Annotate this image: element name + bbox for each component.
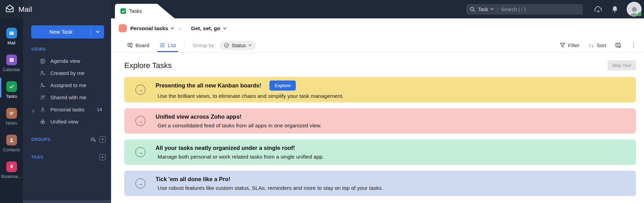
brand-name: Mail bbox=[18, 5, 32, 14]
banner-subtitle: Get a consolidated feed of tasks from al… bbox=[156, 122, 321, 129]
tasks-icon bbox=[6, 81, 17, 92]
sidebar-item-shared-with-me[interactable]: Shared with me bbox=[23, 91, 111, 103]
views-section-label: VIEWS bbox=[31, 47, 46, 52]
status-check-icon bbox=[224, 43, 229, 48]
agenda-icon bbox=[40, 58, 45, 64]
filter-button[interactable]: Filter bbox=[560, 42, 579, 48]
tags-section: TAGS + bbox=[31, 154, 106, 160]
banner-title: Unified view across Zoho apps! bbox=[156, 113, 242, 120]
app-window: Mail Tasks Task bbox=[0, 0, 644, 203]
banner-subtitle: Manage both personal or work related tas… bbox=[156, 154, 324, 160]
tasks-check-icon bbox=[120, 8, 126, 14]
view-toolbar: Board List Group by: Status Filter ↑↓ bbox=[111, 38, 644, 53]
sidebar-item-unified-view[interactable]: Unified view bbox=[23, 116, 111, 128]
tab-board-view[interactable]: Board bbox=[127, 42, 149, 48]
rail-item-bookmarks[interactable]: Bookmar... bbox=[0, 161, 23, 179]
board-icon bbox=[127, 43, 133, 48]
banner-kanban: → Presenting the all new Kanban boards! … bbox=[124, 77, 636, 102]
list-color-swatch bbox=[119, 24, 127, 32]
rail-label-tasks: Tasks bbox=[6, 94, 17, 99]
banner-pro-features: → Tick 'em all done like a Pro! Use robu… bbox=[124, 171, 636, 196]
user-avatar[interactable] bbox=[627, 2, 642, 17]
contacts-icon bbox=[6, 135, 17, 145]
rail-label-notes: Notes bbox=[6, 121, 17, 126]
toolbar-right-actions: Filter ↑↓ Sort ⋮ bbox=[560, 42, 636, 49]
sidebar-item-label: Shared with me bbox=[50, 94, 86, 100]
chevron-down-icon bbox=[170, 27, 174, 30]
chevron-down-icon bbox=[248, 44, 252, 46]
sidebar-item-personal-tasks[interactable]: Personal tasks 14 bbox=[23, 103, 111, 116]
cloud-offline-icon[interactable] bbox=[594, 6, 603, 13]
arrow-circle-icon: → bbox=[135, 116, 145, 126]
breadcrumb-view-dropdown[interactable]: Get, set, go bbox=[191, 25, 226, 32]
banner-list: → Presenting the all new Kanban boards! … bbox=[124, 77, 636, 196]
views-list: Agenda view Created by me Assigned to me… bbox=[23, 55, 111, 128]
rail-item-contacts[interactable]: Contacts bbox=[0, 135, 23, 152]
new-task-button[interactable]: New Task bbox=[31, 25, 104, 39]
column-settings-button[interactable] bbox=[615, 43, 621, 48]
arrow-circle-icon: → bbox=[135, 178, 145, 188]
arrow-circle-icon: → bbox=[135, 85, 145, 95]
rail-item-tasks[interactable]: Tasks bbox=[0, 81, 23, 99]
more-options-kebab-icon[interactable]: ⋮ bbox=[630, 42, 636, 49]
rail-label-contacts: Contacts bbox=[3, 147, 20, 152]
groups-section: GROUPS + bbox=[31, 136, 106, 143]
sidebar-item-assigned-to-me[interactable]: Assigned to me bbox=[23, 79, 111, 91]
breadcrumb-folder-dropdown[interactable]: Personal tasks bbox=[130, 25, 174, 32]
breadcrumb: Personal tasks › Get, set, go bbox=[111, 18, 644, 38]
search-input[interactable] bbox=[501, 7, 579, 12]
personal-tasks-count: 14 bbox=[97, 107, 102, 112]
banner-title: All your tasks neatly organized under a … bbox=[156, 145, 295, 151]
search-icon bbox=[470, 7, 475, 12]
new-task-dropdown[interactable] bbox=[91, 31, 104, 33]
rail-item-mail[interactable]: Mail bbox=[0, 28, 23, 45]
group-by-value: Status bbox=[232, 43, 246, 48]
sort-arrows-icon: ↑↓ bbox=[588, 42, 594, 48]
sidebar-item-created-by-me[interactable]: Created by me bbox=[23, 67, 111, 79]
tags-section-label: TAGS bbox=[31, 155, 43, 160]
breadcrumb-folder: Personal tasks bbox=[130, 25, 168, 32]
banner-subtitle: Use robust features like custom status, … bbox=[156, 185, 383, 191]
board-label: Board bbox=[135, 42, 149, 48]
sidebar-item-agenda-view[interactable]: Agenda view bbox=[23, 55, 111, 67]
tab-list-view[interactable]: List bbox=[160, 42, 176, 48]
table-columns-icon bbox=[615, 43, 621, 48]
add-tag-button[interactable]: + bbox=[99, 154, 106, 160]
add-group-button[interactable]: + bbox=[99, 136, 106, 143]
mail-logo-icon bbox=[5, 3, 15, 15]
rail-label-bookmarks: Bookmar... bbox=[1, 174, 22, 179]
mail-logo[interactable]: Mail bbox=[5, 3, 32, 15]
rail-item-notes[interactable]: Notes bbox=[0, 108, 23, 126]
skip-tour-button[interactable]: Skip Tour bbox=[608, 60, 636, 70]
sidebar-item-label: Personal tasks bbox=[50, 107, 84, 112]
explore-button[interactable]: Explore bbox=[269, 81, 296, 91]
header-actions: Task bbox=[466, 0, 642, 18]
search-scope-dropdown[interactable]: Task bbox=[478, 7, 494, 12]
bookmarks-icon bbox=[6, 161, 17, 172]
search-bar[interactable]: Task bbox=[466, 4, 583, 15]
search-scope-value: Task bbox=[478, 7, 488, 12]
new-task-label: New Task bbox=[31, 29, 91, 35]
tasks-sidebar: New Task VIEWS Agenda view Created by me bbox=[23, 0, 111, 203]
search-divider bbox=[497, 7, 497, 12]
expand-chevron-icon[interactable] bbox=[32, 108, 35, 114]
toolbar-divider bbox=[184, 42, 184, 49]
sidebar-scrollbar[interactable] bbox=[23, 200, 111, 203]
filter-funnel-icon bbox=[560, 43, 565, 48]
chevron-down-icon bbox=[223, 27, 227, 30]
group-by-status-dropdown[interactable]: Status bbox=[220, 41, 256, 50]
rail-item-calendar[interactable]: Calendar bbox=[0, 54, 23, 72]
explore-tasks-section: Explore Tasks Skip Tour → Presenting the… bbox=[111, 53, 644, 196]
notifications-bell-icon[interactable] bbox=[611, 6, 618, 13]
main-panel: Personal tasks › Get, set, go Board List… bbox=[111, 18, 644, 203]
chevron-down-icon bbox=[490, 8, 494, 10]
tab-tasks-label: Tasks bbox=[129, 8, 142, 14]
sidebar-item-label: Unified view bbox=[50, 119, 78, 125]
calendar-icon bbox=[6, 54, 17, 65]
sort-button[interactable]: ↑↓ Sort bbox=[588, 42, 606, 48]
banner-subtitle: Use the brilliant views, to eliminate ch… bbox=[156, 93, 344, 99]
notes-icon bbox=[6, 108, 17, 119]
mail-icon bbox=[6, 28, 17, 39]
groups-section-label: GROUPS bbox=[31, 137, 51, 142]
manage-groups-icon[interactable] bbox=[90, 137, 96, 142]
